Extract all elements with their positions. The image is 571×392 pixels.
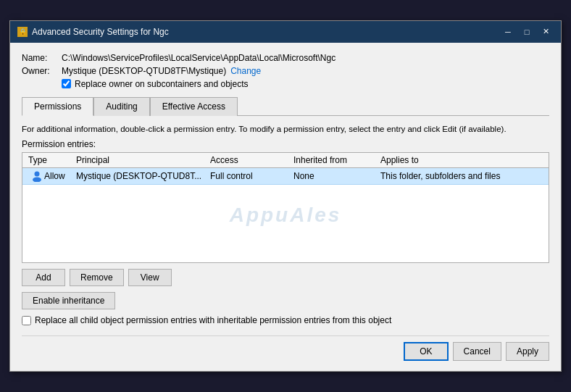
col-header-inherited: Inherited from [291,155,378,165]
minimize-button[interactable]: ─ [500,25,516,38]
window-title: Advanced Security Settings for Ngc [32,27,169,37]
replace-child-label: Replace all child object permission entr… [35,315,391,325]
title-bar-left: 🔒 Advanced Security Settings for Ngc [17,27,169,37]
replace-owner-row: Replace owner on subcontainers and objec… [62,79,549,89]
replace-child-row: Replace all child object permission entr… [22,315,549,325]
name-row: Name: C:\Windows\ServiceProfiles\LocalSe… [22,53,549,63]
bottom-buttons: OK Cancel Apply [22,335,549,361]
replace-owner-checkbox[interactable] [62,79,71,88]
window-icon: 🔒 [17,27,28,37]
view-button[interactable]: View [128,269,172,286]
close-button[interactable]: ✕ [538,25,554,38]
info-text: For additional information, double-click… [22,123,549,135]
maximize-button[interactable]: □ [519,25,535,38]
tab-effective-access[interactable]: Effective Access [150,97,238,116]
owner-row: Owner: Mystique (DESKTOP-QTUD8TF\Mystiqu… [22,66,549,76]
col-header-principal: Principal [73,155,207,165]
change-link[interactable]: Change [230,66,261,76]
watermark: AppuAles [230,204,342,227]
replace-child-checkbox[interactable] [22,316,31,325]
cancel-button[interactable]: Cancel [453,342,501,361]
enable-inheritance-button[interactable]: Enable inheritance [22,292,115,309]
remove-button[interactable]: Remove [70,269,124,286]
apply-button[interactable]: Apply [506,342,549,361]
tab-bar: Permissions Auditing Effective Access [22,96,549,116]
row-inherited: None [291,171,378,181]
title-bar-controls: ─ □ ✕ [500,25,554,38]
row-access: Full control [207,171,291,181]
row-principal: Mystique (DESKTOP-QTUD8T... [73,171,207,181]
tab-permissions[interactable]: Permissions [22,97,93,116]
name-value: C:\Windows\ServiceProfiles\LocalService\… [62,53,335,63]
ok-button[interactable]: OK [404,342,448,361]
tab-auditing[interactable]: Auditing [93,97,149,116]
col-header-access: Access [207,155,291,165]
table-header: Type Principal Access Inherited from App… [22,153,549,168]
svg-point-1 [33,178,41,183]
row-applies: This folder, subfolders and files [378,171,549,181]
svg-point-0 [35,172,40,177]
replace-owner-label: Replace owner on subcontainers and objec… [75,79,248,89]
title-bar: 🔒 Advanced Security Settings for Ngc ─ □… [10,21,561,43]
dialog-content: Name: C:\Windows\ServiceProfiles\LocalSe… [10,43,561,371]
main-window: 🔒 Advanced Security Settings for Ngc ─ □… [9,20,562,372]
table-row[interactable]: Allow Mystique (DESKTOP-QTUD8T... Full c… [22,168,549,185]
name-label: Name: [22,53,62,63]
col-header-type: Type [22,155,73,165]
user-icon [31,170,43,182]
owner-value: Mystique (DESKTOP-QTUD8TF\Mystique) [62,66,226,76]
owner-label: Owner: [22,66,62,76]
table-body: Allow Mystique (DESKTOP-QTUD8T... Full c… [22,168,549,262]
permission-table: Type Principal Access Inherited from App… [22,152,549,263]
permission-entries-label: Permission entries: [22,139,549,149]
col-header-applies: Applies to [378,155,549,165]
action-buttons: Add Remove View [22,269,549,286]
add-button[interactable]: Add [22,269,65,286]
row-type: Allow [22,170,73,182]
